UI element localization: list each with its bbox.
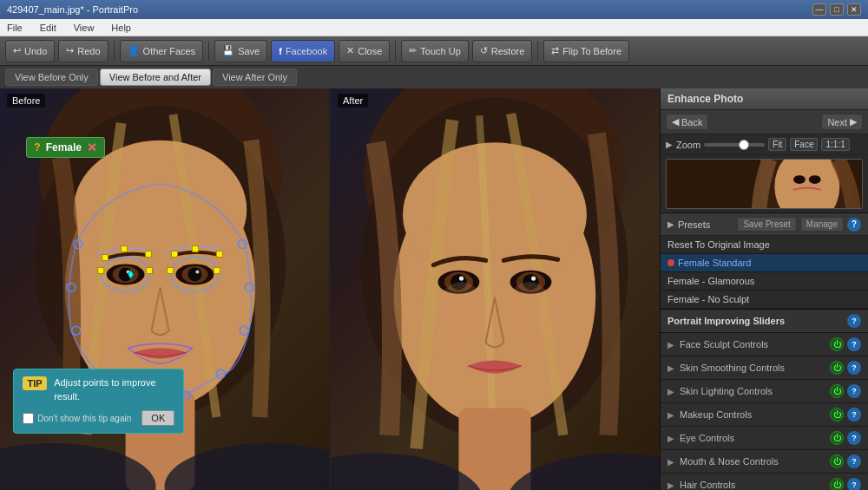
mouth-nose-right: ⏻ ? xyxy=(830,454,861,468)
face-sculpt-item[interactable]: ▶ Face Sculpt Controls ⏻ ? xyxy=(661,333,868,356)
preset-item-female-glamorous[interactable]: Female - Glamorous xyxy=(661,272,868,291)
next-button[interactable]: Next ▶ xyxy=(821,114,863,130)
redo-button[interactable]: ↪ Redo xyxy=(58,40,108,62)
before-panel[interactable]: Before xyxy=(0,88,329,490)
other-faces-button[interactable]: 👤 Other Faces xyxy=(120,40,204,62)
skin-smoothing-item[interactable]: ▶ Skin Smoothing Controls ⏻ ? xyxy=(661,356,868,379)
dont-show-tip-checkbox[interactable]: Don't show this tip again xyxy=(23,413,131,424)
view-after-only-button[interactable]: View After Only xyxy=(213,69,297,86)
tip-box: TIP Adjust points to improve result. Don… xyxy=(13,369,184,434)
portrait-sliders-help-button[interactable]: ? xyxy=(847,314,861,328)
svg-point-58 xyxy=(774,159,839,209)
eye-power-button[interactable]: ⏻ xyxy=(830,431,844,445)
eye-item[interactable]: ▶ Eye Controls ⏻ ? xyxy=(661,427,868,449)
undo-button[interactable]: ↩ Undo xyxy=(5,40,55,62)
zoom-label: Zoom xyxy=(676,140,700,150)
skin-lighting-arrow: ▶ xyxy=(667,387,674,396)
skin-smoothing-arrow: ▶ xyxy=(667,363,674,373)
portrait-sliders-title: Portrait Improving Sliders xyxy=(667,316,785,326)
hair-help-button[interactable]: ? xyxy=(847,478,861,490)
mouth-nose-item[interactable]: ▶ Mouth & Nose Controls ⏻ ? xyxy=(661,450,868,473)
skin-lighting-power-button[interactable]: ⏻ xyxy=(830,384,844,398)
sliders-section[interactable]: Portrait Improving Sliders ? ▶ Face Scul… xyxy=(661,310,868,490)
menu-file[interactable]: File xyxy=(3,21,26,35)
zoom-thumb[interactable] xyxy=(739,140,749,150)
thumbnail-area xyxy=(661,155,868,213)
close-window-button[interactable]: ✕ xyxy=(847,3,861,16)
view-before-only-button[interactable]: View Before Only xyxy=(5,69,98,86)
hair-arrow: ▶ xyxy=(667,480,674,490)
maximize-button[interactable]: □ xyxy=(830,3,844,16)
zoom-face-button[interactable]: Face xyxy=(790,138,818,151)
after-panel[interactable]: After xyxy=(331,88,660,490)
preset-item-female-nosculpt[interactable]: Female - No Sculpt xyxy=(661,291,868,309)
close-button[interactable]: ✕ Close xyxy=(339,40,390,62)
makeup-item[interactable]: ▶ Makeup Controls ⏻ ? xyxy=(661,403,868,426)
makeup-label: Makeup Controls xyxy=(680,409,752,420)
mouth-nose-power-button[interactable]: ⏻ xyxy=(830,454,844,468)
face-sculpt-label: Face Sculpt Controls xyxy=(680,339,768,350)
minimize-button[interactable]: — xyxy=(812,3,826,16)
preset-label-reset: Reset To Original Image xyxy=(667,239,770,250)
skin-lighting-label: Skin Lighting Controls xyxy=(680,386,773,396)
svg-rect-33 xyxy=(171,252,177,258)
menu-edit[interactable]: Edit xyxy=(36,21,60,35)
slider-group-face-sculpt: ▶ Face Sculpt Controls ⏻ ? xyxy=(661,333,868,356)
eye-left: ▶ Eye Controls xyxy=(667,433,734,443)
presets-row: ▶ Presets Save Preset Manage ? xyxy=(661,213,868,236)
face-sculpt-power-button[interactable]: ⏻ xyxy=(830,337,844,351)
zoom-row: ▶ Zoom Fit Face 1:1:1 xyxy=(661,134,868,155)
zoom-slider[interactable] xyxy=(704,143,765,147)
zoom-fit-button[interactable]: Fit xyxy=(768,138,786,151)
titlebar-controls[interactable]: — □ ✕ xyxy=(812,3,861,16)
portrait-sliders-header: Portrait Improving Sliders ? xyxy=(661,310,868,333)
presets-label: ▶ Presets xyxy=(667,219,710,230)
svg-point-12 xyxy=(187,267,201,281)
tip-checkbox-label: Don't show this tip again xyxy=(37,414,131,423)
skin-smoothing-power-button[interactable]: ⏻ xyxy=(830,361,844,375)
hair-power-button[interactable]: ⏻ xyxy=(830,478,844,490)
skin-smoothing-help-button[interactable]: ? xyxy=(847,361,861,375)
gender-close-button[interactable]: ✕ xyxy=(87,140,97,154)
restore-button[interactable]: ↺ Restore xyxy=(472,40,533,62)
touch-up-button[interactable]: ✏ Touch Up xyxy=(401,40,468,62)
tip-header: TIP Adjust points to improve result. xyxy=(23,376,174,403)
facebook-button[interactable]: f Facebook xyxy=(271,40,335,62)
menubar: File Edit View Help xyxy=(0,19,868,36)
tip-checkbox-input[interactable] xyxy=(23,413,34,424)
skin-lighting-help-button[interactable]: ? xyxy=(847,384,861,398)
face-sculpt-arrow: ▶ xyxy=(667,340,674,350)
view-before-after-button[interactable]: View Before and After xyxy=(100,69,211,86)
preset-selected-dot xyxy=(667,259,674,266)
redo-icon: ↪ xyxy=(66,45,74,56)
gender-label[interactable]: ? Female ✕ xyxy=(26,137,105,158)
save-button[interactable]: 💾 Save xyxy=(214,40,267,62)
makeup-help-button[interactable]: ? xyxy=(847,408,861,421)
edit-area: Before xyxy=(0,88,660,490)
mouth-nose-help-button[interactable]: ? xyxy=(847,454,861,468)
preset-label-female-standard: Female Standard xyxy=(678,258,751,268)
save-preset-button[interactable]: Save Preset xyxy=(737,217,796,232)
menu-help[interactable]: Help xyxy=(108,21,135,35)
manage-presets-button[interactable]: Manage xyxy=(800,217,844,232)
back-button[interactable]: ◀ Back xyxy=(666,114,708,130)
tip-footer: Don't show this tip again OK xyxy=(23,410,174,426)
presets-help-button[interactable]: ? xyxy=(847,218,861,232)
skin-lighting-item[interactable]: ▶ Skin Lighting Controls ⏻ ? xyxy=(661,380,868,402)
makeup-left: ▶ Makeup Controls xyxy=(667,409,752,420)
tip-ok-button[interactable]: OK xyxy=(141,410,174,426)
thumbnail-image xyxy=(666,159,863,209)
next-arrow-icon: ▶ xyxy=(850,116,857,127)
preset-item-reset[interactable]: Reset To Original Image xyxy=(661,236,868,254)
gender-text: Female xyxy=(46,141,82,154)
makeup-power-button[interactable]: ⏻ xyxy=(830,408,844,421)
eye-help-button[interactable]: ? xyxy=(847,431,861,445)
menu-view[interactable]: View xyxy=(70,21,98,35)
back-arrow-icon: ◀ xyxy=(672,116,679,127)
face-sculpt-help-button[interactable]: ? xyxy=(847,337,861,351)
slider-group-mouth-nose: ▶ Mouth & Nose Controls ⏻ ? xyxy=(661,450,868,474)
hair-item[interactable]: ▶ Hair Controls ⏻ ? xyxy=(661,474,868,490)
flip-button[interactable]: ⇄ Flip To Before xyxy=(543,40,629,62)
mouth-nose-label: Mouth & Nose Controls xyxy=(680,456,779,467)
preset-item-female-standard[interactable]: Female Standard xyxy=(661,254,868,272)
